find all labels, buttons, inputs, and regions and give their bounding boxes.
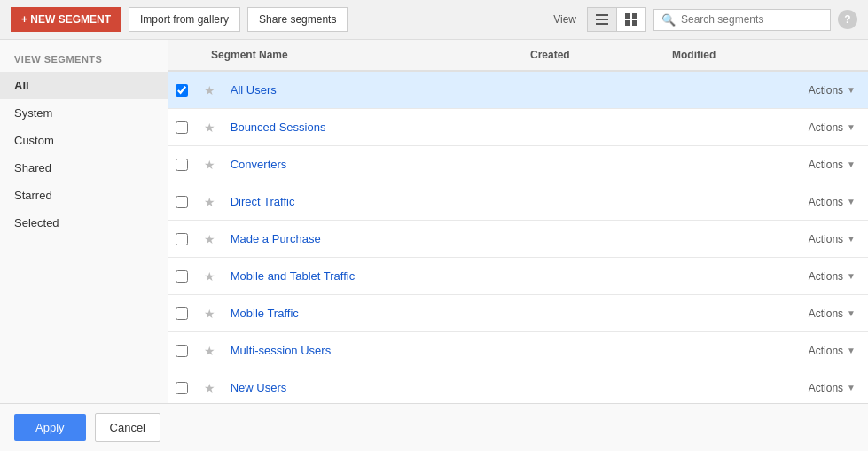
table-row: ★ Made a Purchase Actions ▼ [168, 221, 868, 258]
svg-rect-4 [632, 13, 637, 19]
sidebar-item-system[interactable]: System [0, 99, 168, 127]
svg-rect-0 [596, 14, 608, 16]
actions-button[interactable]: Actions ▼ [803, 119, 861, 136]
segment-name-link[interactable]: Mobile and Tablet Traffic [227, 269, 516, 283]
actions-label: Actions [809, 345, 843, 357]
header-check-col [168, 49, 204, 61]
segment-name-link[interactable]: New Users [227, 381, 516, 394]
star-icon[interactable]: ★ [204, 344, 222, 358]
table-row: ★ Multi-session Users Actions ▼ [168, 332, 868, 369]
table-row: ★ Mobile and Tablet Traffic Actions ▼ [168, 258, 868, 295]
segment-name-link[interactable]: Bounced Sessions [227, 121, 516, 134]
row-checkbox[interactable] [176, 270, 188, 283]
row-checkbox[interactable] [176, 233, 188, 245]
toolbar: + NEW SEGMENT Import from gallery Share … [0, 0, 868, 40]
row-checkbox[interactable] [176, 307, 188, 320]
main-area: VIEW SEGMENTS All System Custom Shared S… [0, 40, 868, 403]
sidebar-item-shared[interactable]: Shared [0, 154, 168, 182]
star-icon[interactable]: ★ [204, 232, 222, 246]
sidebar-item-starred[interactable]: Starred [0, 182, 168, 209]
row-checkbox[interactable] [176, 121, 188, 134]
share-segments-button[interactable]: Share segments [247, 7, 348, 32]
import-from-gallery-button[interactable]: Import from gallery [129, 7, 240, 32]
chevron-down-icon: ▼ [847, 159, 856, 169]
row-checkbox-col [168, 233, 204, 245]
sidebar-item-selected[interactable]: Selected [0, 209, 168, 237]
table-body: ★ All Users Actions ▼ ★ Bounced Sessions… [168, 72, 868, 403]
apply-button[interactable]: Apply [14, 414, 86, 441]
chevron-down-icon: ▼ [847, 346, 856, 355]
help-button[interactable]: ? [838, 10, 857, 29]
star-icon[interactable]: ★ [204, 83, 222, 97]
cancel-button[interactable]: Cancel [95, 413, 160, 442]
star-icon[interactable]: ★ [204, 195, 222, 209]
chevron-down-icon: ▼ [847, 271, 856, 281]
star-icon[interactable]: ★ [204, 121, 222, 135]
row-checkbox-col [168, 270, 204, 283]
row-checkbox[interactable] [176, 159, 188, 171]
actions-button[interactable]: Actions ▼ [803, 305, 861, 323]
star-icon[interactable]: ★ [204, 158, 222, 172]
actions-button[interactable]: Actions ▼ [803, 193, 861, 211]
header-actions-col [807, 49, 868, 61]
actions-button[interactable]: Actions ▼ [803, 342, 861, 360]
actions-label: Actions [809, 270, 843, 283]
content-area: Segment Name Created Modified ★ All User… [168, 40, 868, 403]
row-checkbox[interactable] [176, 196, 188, 208]
chevron-down-icon: ▼ [847, 197, 856, 206]
row-actions-col: Actions ▼ [796, 342, 868, 360]
sidebar: VIEW SEGMENTS All System Custom Shared S… [0, 40, 168, 403]
row-checkbox[interactable] [176, 345, 188, 357]
list-view-button[interactable] [588, 8, 617, 31]
header-created-col: Created [523, 49, 665, 61]
table-row: ★ Converters Actions ▼ [168, 146, 868, 183]
segment-name-link[interactable]: Multi-session Users [227, 344, 516, 357]
segment-name-link[interactable]: Made a Purchase [227, 232, 516, 245]
row-actions-col: Actions ▼ [796, 230, 868, 248]
svg-rect-3 [625, 13, 630, 19]
sidebar-section-label: VIEW SEGMENTS [0, 51, 168, 72]
row-checkbox-col [168, 159, 204, 171]
segment-name-link[interactable]: Direct Traffic [227, 195, 516, 208]
actions-button[interactable]: Actions ▼ [803, 230, 861, 248]
table-row: ★ Direct Traffic Actions ▼ [168, 183, 868, 221]
table-row: ★ New Users Actions ▼ [168, 369, 868, 403]
segment-name-link[interactable]: All Users [227, 83, 516, 97]
grid-view-button[interactable] [617, 8, 645, 31]
row-checkbox[interactable] [176, 382, 188, 394]
search-input[interactable] [681, 13, 823, 26]
segment-name-link[interactable]: Converters [227, 158, 516, 171]
row-checkbox[interactable] [176, 84, 188, 97]
star-icon[interactable]: ★ [204, 381, 222, 395]
row-actions-col: Actions ▼ [796, 82, 868, 99]
star-icon[interactable]: ★ [204, 269, 222, 284]
list-icon [595, 12, 609, 27]
actions-label: Actions [809, 196, 843, 208]
svg-rect-1 [596, 19, 608, 20]
bottom-bar: Apply Cancel [0, 403, 868, 451]
actions-button[interactable]: Actions ▼ [803, 379, 861, 397]
row-checkbox-col [168, 84, 204, 97]
actions-label: Actions [809, 159, 843, 171]
actions-label: Actions [809, 121, 843, 134]
chevron-down-icon: ▼ [847, 383, 856, 393]
row-actions-col: Actions ▼ [796, 268, 868, 285]
new-segment-button[interactable]: + NEW SEGMENT [11, 7, 121, 32]
actions-button[interactable]: Actions ▼ [803, 156, 861, 174]
chevron-down-icon: ▼ [847, 122, 856, 132]
row-actions-col: Actions ▼ [796, 156, 868, 174]
star-icon[interactable]: ★ [204, 307, 222, 321]
actions-button[interactable]: Actions ▼ [803, 82, 861, 99]
sidebar-item-all[interactable]: All [0, 72, 168, 99]
actions-button[interactable]: Actions ▼ [803, 268, 861, 285]
table-header: Segment Name Created Modified [168, 40, 868, 72]
header-modified-col: Modified [665, 49, 807, 61]
sidebar-item-custom[interactable]: Custom [0, 127, 168, 154]
row-actions-col: Actions ▼ [796, 379, 868, 397]
segment-name-link[interactable]: Mobile Traffic [227, 307, 516, 320]
row-checkbox-col [168, 382, 204, 394]
row-checkbox-col [168, 121, 204, 134]
row-actions-col: Actions ▼ [796, 193, 868, 211]
table-row: ★ All Users Actions ▼ [168, 72, 868, 109]
table-row: ★ Mobile Traffic Actions ▼ [168, 295, 868, 332]
